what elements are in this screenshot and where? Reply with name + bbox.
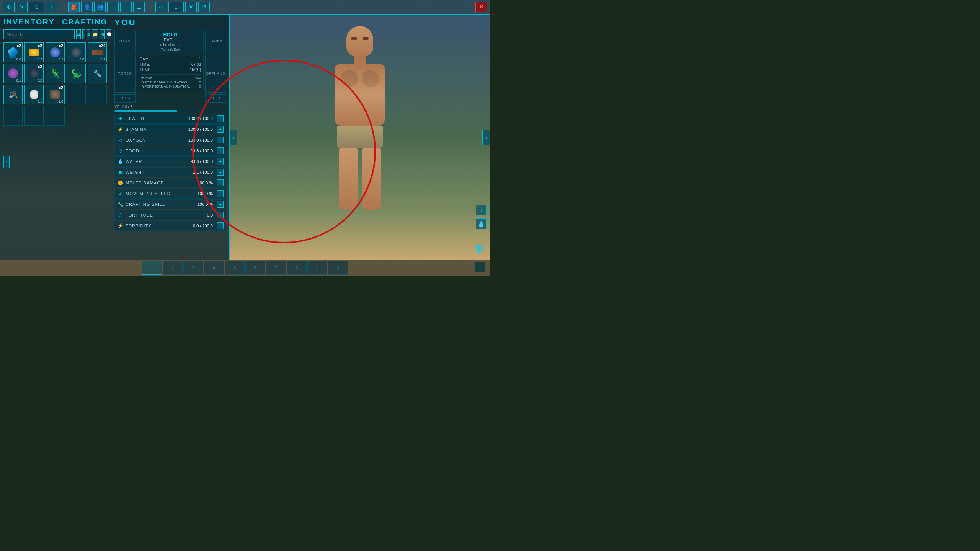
inv-slot-2[interactable]: x2 0.2	[46, 42, 65, 62]
inventory-nav-arrow[interactable]: ›	[3, 156, 10, 168]
item-val-6: 0.2	[37, 78, 42, 82]
inv-slot-10[interactable]: 🪃	[3, 85, 23, 104]
inv-slot-9[interactable]: 🔧	[88, 64, 107, 83]
inv-slot-1[interactable]: x2 0.2	[24, 42, 44, 62]
item-count-1: x2	[38, 44, 42, 48]
top-toolbar: ⊕ ✕ ↑ 🎒 👤 👥 ↓ ↓ ☰ ↩ ✕ ↺ ✕	[0, 0, 490, 14]
weight-icon: ▣	[117, 170, 123, 175]
item-val-12: 1.0	[58, 99, 63, 103]
oxygen-plus-btn[interactable]: +	[217, 137, 224, 143]
inv-slot-17[interactable]	[46, 106, 65, 126]
inv-slot-6[interactable]: x2 0.2	[24, 64, 44, 83]
stamina-plus-btn[interactable]: +	[217, 126, 224, 133]
dark-item	[71, 47, 81, 57]
water-plus-btn[interactable]: +	[217, 158, 224, 165]
you-panel-nav-left[interactable]: ‹	[230, 130, 237, 145]
hands-label: HANDS	[209, 39, 223, 43]
hotbar-slot-5-label: 5	[234, 266, 236, 270]
item-count-4: x24	[99, 44, 105, 48]
torso-slot[interactable]: ToRSO	[114, 55, 136, 93]
hotbar-slot-3[interactable]: 3	[183, 261, 203, 275]
toolbar-btn-x2[interactable]: ✕	[185, 2, 197, 12]
fortitude-icon: ⬡	[117, 212, 123, 218]
inventory-grid: x2 0.0 x2 0.2 x2 0.2 0.0 x24 0.2	[3, 42, 108, 126]
sort-btn2[interactable]: ↓	[82, 29, 85, 39]
search-row: ⇄ ↓ ≡ 📁 ⊞ 💬	[3, 29, 108, 39]
stat-stamina: ⚡ STAMINA 100.0 / 100.0 +	[114, 124, 226, 134]
you-title: YOU	[114, 18, 226, 28]
legs-slot[interactable]: LEGS	[114, 94, 136, 103]
inv-slot-0[interactable]: x2 0.0	[3, 42, 23, 62]
toolbar-btn-down2[interactable]: ↓	[120, 2, 132, 12]
hotbar-slot-8[interactable]: 8	[287, 261, 307, 275]
toolbar-counter-right[interactable]	[168, 2, 184, 12]
health-plus-btn[interactable]: +	[217, 115, 224, 122]
stat-oxygen: ◎ OXYGEN 100.0 / 100.0 +	[114, 135, 226, 145]
rock-item	[50, 90, 60, 99]
close-button[interactable]: ✕	[475, 2, 487, 12]
feet-slot[interactable]: FEET	[205, 94, 226, 103]
movement-name: MOVEMENT SPEED	[126, 191, 195, 196]
toolbar-btn-back[interactable]: ↩	[155, 2, 167, 12]
hotbar-slot-4[interactable]: 4	[204, 261, 224, 275]
inv-slot-5[interactable]: 0.1	[3, 64, 23, 83]
sort-btn1[interactable]: ⇄	[76, 29, 81, 39]
head-slot[interactable]: HEAD	[114, 30, 136, 53]
inv-slot-14[interactable]	[88, 85, 107, 104]
hotbar-slot-1[interactable]: 1	[142, 261, 162, 275]
sort-btn4[interactable]: 📁	[92, 29, 98, 39]
oxygen-val: 100.0 / 100.0	[188, 138, 213, 142]
inv-slot-3[interactable]: 0.0	[67, 42, 86, 62]
character-legs	[339, 148, 381, 210]
inv-slot-15[interactable]	[3, 106, 23, 126]
armor-label: ARMOR:	[140, 76, 154, 80]
hotbar-slot-6[interactable]: 6	[245, 261, 265, 275]
toolbar-btn-down1[interactable]: ↓	[107, 2, 119, 12]
hotbar-slot-2[interactable]: 2	[163, 261, 183, 275]
stats-list: ✚ HEALTH 100.0 / 100.0 + ⚡ STAMINA 100.0…	[114, 114, 226, 231]
hands-slot[interactable]: HANDS	[205, 30, 226, 53]
hotbar-slot-0[interactable]: 0	[328, 261, 348, 275]
food-plus-btn[interactable]: +	[217, 147, 224, 154]
weight-plus-btn[interactable]: +	[217, 169, 224, 176]
toolbar-counter-left[interactable]	[29, 2, 44, 12]
toolbar-btn-bag[interactable]: 🎒	[68, 2, 80, 12]
inv-slot-4[interactable]: x24 0.2	[88, 42, 107, 62]
hotbar-slot-9[interactable]: 9	[307, 261, 327, 275]
inv-slot-16[interactable]	[24, 106, 44, 126]
inventory-header: INVENTORY CRAFTING	[3, 18, 108, 26]
hotbar-slot-5[interactable]: 5	[225, 261, 245, 275]
action-btn1[interactable]: ⊞	[100, 29, 105, 39]
toolbar-btn-up[interactable]: ↑	[46, 2, 57, 12]
inv-slot-12[interactable]: x2 1.0	[46, 85, 65, 104]
equipment-grid: HEAD BDLG LEVEL: 1 Tribe of BDLG Tumash …	[114, 30, 226, 103]
sort-btn3[interactable]: ≡	[87, 29, 90, 39]
search-input[interactable]	[3, 29, 75, 39]
inv-slot-11[interactable]: 0.1	[24, 85, 44, 104]
you-panel-nav-right[interactable]: ›	[482, 130, 490, 145]
toolbar-btn-person[interactable]: 👤	[81, 2, 93, 12]
right-side-icons: + 💧	[476, 205, 487, 229]
crafting-plus-btn[interactable]: +	[217, 201, 224, 208]
hotbar-slot-7[interactable]: 7	[266, 261, 286, 275]
movement-plus-btn[interactable]: +	[217, 190, 224, 197]
fortitude-plus-btn[interactable]: +	[217, 212, 224, 218]
dino-green-item: 🦕	[71, 68, 82, 78]
torpidity-plus-btn[interactable]: +	[217, 222, 224, 229]
toolbar-btn-gem[interactable]: ⊕	[3, 2, 15, 12]
legs-label: LEGS	[119, 96, 130, 100]
toolbar-btn-menu[interactable]: ☰	[133, 2, 145, 12]
toolbar-btn-refresh[interactable]: ↺	[198, 2, 210, 12]
time-row: TIME: 07:33	[140, 62, 201, 67]
xp-bar	[114, 110, 226, 112]
offhand-slot[interactable]: OFFHAND	[205, 55, 226, 93]
character-torso	[335, 64, 385, 126]
inv-slot-7[interactable]: 🦎	[46, 64, 65, 83]
hypo-row: HYPOTHERMAL INSULATION: 0	[140, 80, 201, 85]
melee-plus-btn[interactable]: +	[217, 179, 224, 186]
toolbar-btn-group[interactable]: 👥	[94, 2, 106, 12]
plus-icon-right[interactable]: +	[476, 205, 487, 215]
toolbar-btn-x[interactable]: ✕	[16, 2, 28, 12]
inv-slot-13[interactable]	[67, 85, 86, 104]
inv-slot-8[interactable]: 🦕	[67, 64, 86, 83]
